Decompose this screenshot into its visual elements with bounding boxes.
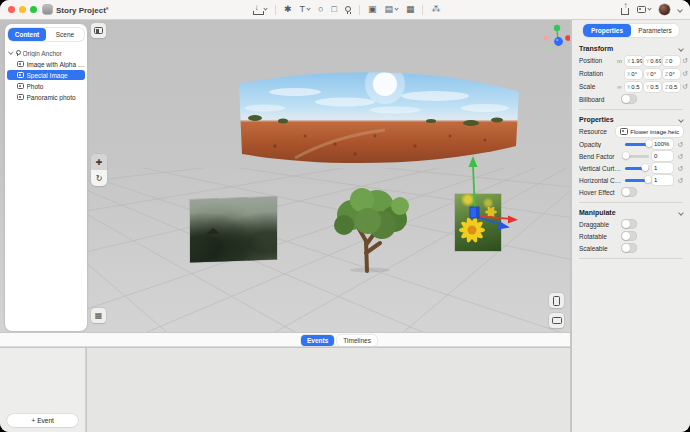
tree-item-label: Special Image <box>27 72 68 79</box>
rotation-x-field[interactable]: X0° <box>625 69 642 79</box>
alpha-image-object[interactable] <box>322 183 418 273</box>
orientation-gizmo[interactable] <box>541 22 570 54</box>
account-avatar[interactable] <box>659 4 670 15</box>
text-tool-button[interactable]: T <box>300 5 311 14</box>
tab-timelines[interactable]: Timelines <box>337 335 377 346</box>
vertical-curtain-row: Vertical Curtain… 1 ↺ <box>579 162 683 174</box>
scale-y-field[interactable]: Y0.5 <box>644 82 661 92</box>
rotate-tool-button[interactable]: ↻ <box>91 170 107 186</box>
document-proxy-icon[interactable] <box>43 5 52 14</box>
gallery-button[interactable]: ▤ <box>384 5 398 14</box>
hierarchy-icon: ⁂ <box>431 5 440 14</box>
vertical-curtain-slider[interactable] <box>625 167 649 170</box>
device-portrait-button[interactable] <box>549 293 564 308</box>
horizontal-curtain-slider[interactable] <box>625 179 649 182</box>
media-library-button[interactable] <box>637 6 651 13</box>
device-landscape-button[interactable] <box>549 313 564 328</box>
bend-factor-value-field[interactable]: 0 <box>652 151 673 161</box>
shapes-button[interactable]: ✱ <box>284 5 292 14</box>
rotation-z-field[interactable]: Z0° <box>663 69 680 79</box>
reset-icon[interactable]: ↺ <box>677 153 683 160</box>
light-button[interactable] <box>345 6 351 14</box>
tab-content[interactable]: Content <box>8 28 46 41</box>
resource-row: Resource Flower image.heic <box>579 125 683 138</box>
position-z-field[interactable]: Z0 <box>663 56 680 66</box>
row-label: Scale <box>579 83 614 90</box>
bend-factor-slider[interactable] <box>625 155 649 158</box>
house-silhouette <box>206 227 220 233</box>
share-button[interactable] <box>621 4 629 15</box>
transform-section-header[interactable]: Transform <box>579 43 683 54</box>
billboard-row: Billboard <box>579 93 683 105</box>
reset-icon[interactable]: ↺ <box>682 70 688 77</box>
horizontal-curtain-row: Horizontal Curt… 1 ↺ <box>579 174 683 186</box>
sidebar-toggle-button[interactable] <box>91 23 106 38</box>
billboard-toggle[interactable] <box>621 94 637 104</box>
position-y-field[interactable]: Y0.69 <box>644 56 661 66</box>
add-event-button[interactable]: + Event <box>7 414 78 427</box>
close-button[interactable] <box>8 6 15 13</box>
properties-section-header[interactable]: Properties <box>579 114 683 125</box>
row-label: Billboard <box>579 96 621 103</box>
scale-link-icon[interactable]: ∞ <box>616 84 623 90</box>
section-divider <box>579 258 683 259</box>
opacity-value-field[interactable]: 100% <box>652 139 673 149</box>
row-label: Hover Effect <box>579 189 621 196</box>
scale-z-field[interactable]: Z0.5 <box>663 82 680 92</box>
collapse-chevron-icon[interactable] <box>678 210 684 216</box>
opacity-row: Opacity 100% ↺ <box>579 138 683 150</box>
sphere-button[interactable]: ○ <box>318 5 323 14</box>
opacity-slider[interactable] <box>625 143 649 146</box>
collapse-chevron-icon[interactable] <box>678 117 684 123</box>
tree-item-special-image[interactable]: Special Image <box>7 70 85 80</box>
tree-item-photo[interactable]: Photo <box>7 81 85 91</box>
rotation-y-field[interactable]: Y0° <box>644 69 661 79</box>
scaleable-toggle[interactable] <box>621 243 637 253</box>
reset-icon[interactable]: ↺ <box>682 57 688 64</box>
tree-item-label: Panoramic photo <box>27 94 76 101</box>
rotatable-toggle[interactable] <box>621 231 637 241</box>
hover-effect-toggle[interactable] <box>621 187 637 197</box>
toolbar-separator <box>422 5 423 15</box>
tree-item-panoramic-photo[interactable]: Panoramic photo <box>7 92 85 102</box>
scene-grid-button[interactable]: ▦ <box>91 308 106 323</box>
add-frame-button[interactable]: ▦ <box>406 5 415 14</box>
reset-icon[interactable]: ↺ <box>677 141 683 148</box>
import-button[interactable] <box>253 5 267 15</box>
photo-object[interactable] <box>190 196 277 262</box>
horizontal-curtain-value-field[interactable]: 1 <box>652 175 673 185</box>
tab-events[interactable]: Events <box>301 335 334 346</box>
tree-item-origin-anchor[interactable]: Origin Anchor <box>5 48 87 58</box>
disclosure-chevron-icon[interactable] <box>8 50 13 55</box>
position-x-field[interactable]: X1.99 <box>625 56 642 66</box>
section-title: Manipulate <box>579 209 616 216</box>
tab-properties[interactable]: Properties <box>583 24 631 37</box>
vertical-curtain-value-field[interactable]: 1 <box>652 163 673 173</box>
image-icon <box>637 6 646 13</box>
reset-icon[interactable]: ↺ <box>677 165 683 172</box>
tab-scene[interactable]: Scene <box>46 28 84 41</box>
add-event-label: Event <box>37 417 54 424</box>
tab-parameters[interactable]: Parameters <box>631 24 679 37</box>
tree-item-label: Image with Alpha channel <box>27 61 86 68</box>
group-button[interactable]: ▣ <box>368 5 377 14</box>
account-chevron-icon[interactable] <box>677 7 683 13</box>
zoom-button[interactable] <box>30 6 37 13</box>
draggable-toggle[interactable] <box>621 219 637 229</box>
manipulate-section-header[interactable]: Manipulate <box>579 207 683 218</box>
collapse-chevron-icon[interactable] <box>678 46 684 52</box>
resource-button[interactable]: Flower image.heic <box>616 126 683 137</box>
reset-icon[interactable]: ↺ <box>682 83 688 90</box>
plane-icon: □ <box>331 5 336 14</box>
move-tool-button[interactable]: ✚ <box>91 154 107 170</box>
transform-gizmo[interactable] <box>439 150 531 250</box>
scale-x-field[interactable]: X0.5 <box>625 82 642 92</box>
row-label: Resource <box>579 128 614 135</box>
hierarchy-button[interactable]: ⁂ <box>431 5 440 14</box>
photo-icon <box>17 94 24 100</box>
plane-button[interactable]: □ <box>331 5 336 14</box>
tree-item-image-alpha[interactable]: Image with Alpha channel <box>7 59 85 69</box>
minimize-button[interactable] <box>19 6 26 13</box>
reset-icon[interactable]: ↺ <box>677 177 683 184</box>
row-label: Horizontal Curt… <box>579 177 622 184</box>
